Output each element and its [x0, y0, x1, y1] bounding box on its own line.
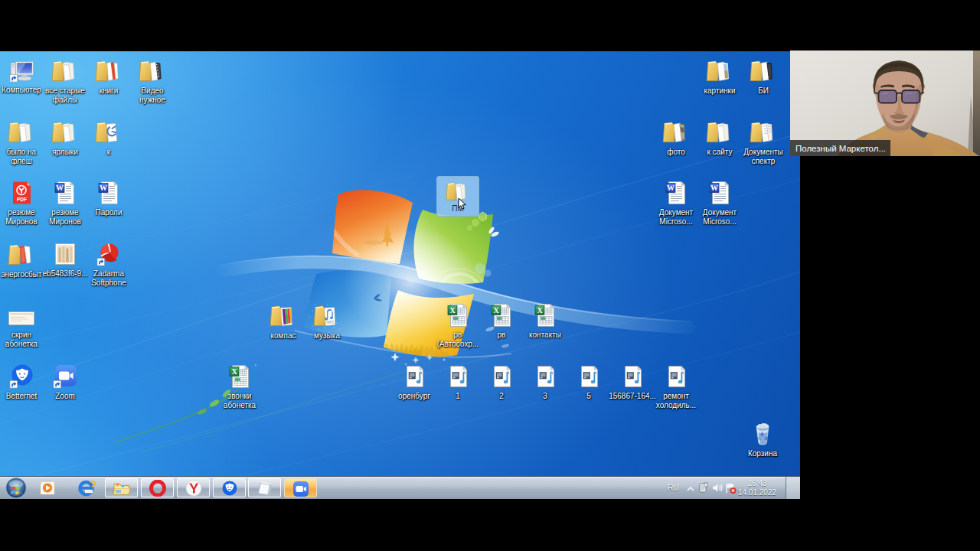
svg-text:Полезный Маркетол...: Полезный Маркетол... [795, 144, 886, 153]
